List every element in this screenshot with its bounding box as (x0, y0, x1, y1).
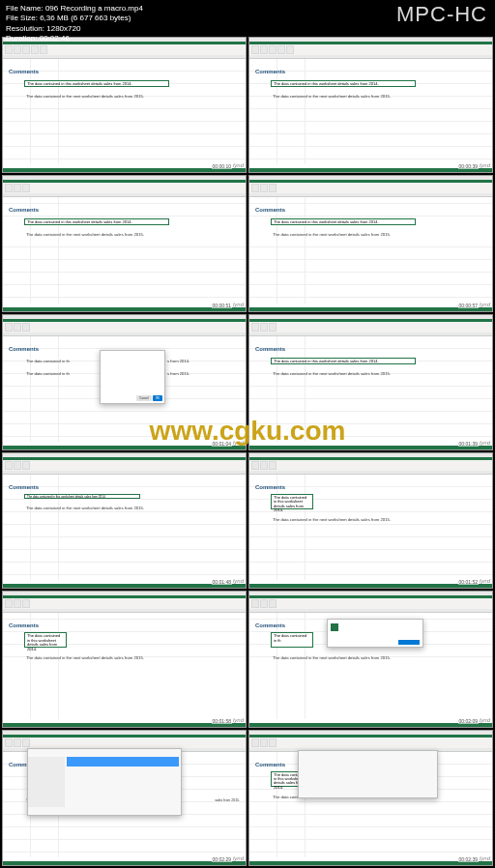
thumbnail[interactable]: Comments The data contained in this work… (2, 37, 247, 173)
thumbnail[interactable]: Comments The data contained in this work… (2, 591, 247, 727)
lynda-logo: lynd (233, 855, 244, 861)
lynda-logo: lynd (233, 162, 244, 168)
lynda-logo: lynd (480, 578, 490, 584)
thumbnail[interactable]: Comments The data contained in this work… (248, 37, 493, 173)
worksheet-text: The data contained in the next worksheet… (273, 232, 391, 237)
comments-heading: Comments (9, 207, 39, 213)
timestamp: 00:01:58 (212, 718, 232, 724)
worksheet-area (3, 613, 246, 718)
selected-cell: The data contained in this worksheet det… (271, 218, 416, 225)
alert-dialog[interactable] (327, 619, 423, 648)
timestamp: 00:00:51 (212, 303, 232, 308)
worksheet-text: The data contained in th (26, 359, 70, 363)
worksheet-area (3, 197, 246, 303)
selected-cell: The data contained in this worksheet det… (24, 218, 169, 225)
worksheet-area (249, 197, 492, 303)
worksheet-text: The data contained in the next worksheet… (26, 232, 144, 237)
selected-cell: The data contained in this worksheet det… (24, 80, 169, 87)
resolution-label: Resolution: (6, 24, 44, 33)
wrapped-cell: The data contained in this worksheet det… (24, 632, 67, 648)
timestamp: 00:02:39 (458, 856, 479, 862)
lynda-logo: lynd (233, 578, 244, 584)
worksheet-text: The data contained in the next worksheet… (26, 655, 144, 660)
worksheet-text: The data contained in the next worksheet… (273, 371, 391, 376)
excel-ribbon (3, 735, 246, 748)
file-info-overlay: File Name: 096 Recording a macro.mp4 Fil… (0, 0, 495, 35)
duration-value: 00:02:46 (40, 34, 70, 43)
worksheet-text: The data contained in the next worksheet… (26, 94, 144, 99)
comments-heading: Comments (255, 484, 285, 490)
excel-ribbon (3, 180, 246, 193)
timestamp: 00:01:39 (458, 441, 479, 447)
status-bar (249, 861, 492, 865)
timestamp: 00:01:48 (212, 579, 232, 585)
comments-heading: Comments (255, 622, 285, 628)
lynda-logo: lynd (233, 302, 244, 307)
worksheet-text: The data contained in th (26, 371, 70, 376)
status-bar (249, 168, 492, 172)
lynda-logo: lynd (480, 440, 490, 446)
wrapped-cell: The data contained in this worksheet det… (271, 494, 313, 509)
thumbnail-grid: Comments The data contained in this work… (0, 35, 495, 868)
cancel-button[interactable]: Cancel (136, 395, 151, 401)
comments-heading: Comments (255, 762, 285, 767)
timestamp: 00:02:29 (212, 856, 232, 862)
thumbnail[interactable]: Comments The data contained in th The da… (248, 591, 493, 727)
comments-heading: Comments (9, 346, 39, 352)
excel-ribbon (249, 735, 492, 748)
worksheet-area (3, 475, 246, 580)
site-watermark: www.cgku.com (150, 416, 346, 447)
excel-ribbon (249, 457, 492, 471)
thumbnail[interactable]: Comments The data contained in this work… (248, 175, 493, 311)
worksheet-text: s from 2015. (167, 371, 189, 376)
status-bar (3, 723, 246, 727)
save-file-selection[interactable] (67, 757, 179, 767)
worksheet-area (249, 475, 492, 580)
worksheet-area (3, 59, 246, 164)
comments-heading: Comments (9, 622, 39, 628)
status-bar (3, 307, 246, 311)
status-bar (249, 307, 492, 311)
excel-ribbon (249, 595, 492, 609)
save-as-dialog[interactable] (298, 750, 438, 798)
lynda-logo: lynd (480, 717, 490, 723)
timestamp: 00:00:39 (458, 163, 479, 169)
thumbnail[interactable]: Comments The data contained in this work… (2, 175, 247, 311)
lynda-logo: lynd (480, 302, 490, 307)
lynda-logo: lynd (480, 162, 490, 168)
lynda-logo: lynd (233, 717, 244, 723)
status-bar (3, 584, 246, 588)
ok-button[interactable]: OK (153, 395, 162, 401)
excel-ribbon (3, 595, 246, 609)
duration-label: Duration: (6, 34, 37, 43)
comments-heading: Comments (255, 207, 285, 213)
status-bar (249, 723, 492, 727)
excel-ribbon (249, 319, 492, 333)
save-as-dialog[interactable] (27, 748, 182, 816)
thumbnail[interactable]: Comments The data contained in this work… (2, 452, 247, 589)
comments-heading: Comments (9, 484, 39, 490)
thumbnail[interactable]: Comments The data contained sales from 2… (2, 730, 247, 866)
file-size-value: 6,36 MB (6 677 663 bytes) (40, 14, 131, 22)
wrapped-cell: The data contained in th (271, 632, 313, 648)
selected-cell: The data contained in this worksheet det… (24, 494, 140, 499)
selected-cell: The data contained in this worksheet det… (271, 80, 416, 87)
timestamp: 00:02:09 (458, 718, 479, 724)
worksheet-text: The data contained in the next worksheet… (273, 517, 391, 522)
worksheet-text: sales from 2015. (215, 798, 240, 802)
save-sidebar[interactable] (28, 757, 65, 807)
excel-ribbon (3, 457, 246, 471)
file-name-label: File Name: (6, 4, 44, 13)
thumbnail[interactable]: Comments The data contained in this work… (248, 452, 493, 589)
alert-ok-button[interactable] (398, 640, 420, 645)
status-bar (3, 861, 246, 865)
excel-icon (331, 623, 338, 631)
comments-heading: Comments (255, 346, 285, 352)
excel-ribbon (249, 180, 492, 193)
status-bar (249, 584, 492, 588)
lynda-logo: lynd (480, 855, 490, 861)
record-macro-dialog[interactable]: Cancel OK (100, 350, 165, 404)
thumbnail[interactable]: Comments The data contained in this work… (248, 730, 493, 866)
worksheet-text: The data contained in the next worksheet… (273, 94, 391, 99)
timestamp: 00:01:52 (458, 579, 479, 585)
